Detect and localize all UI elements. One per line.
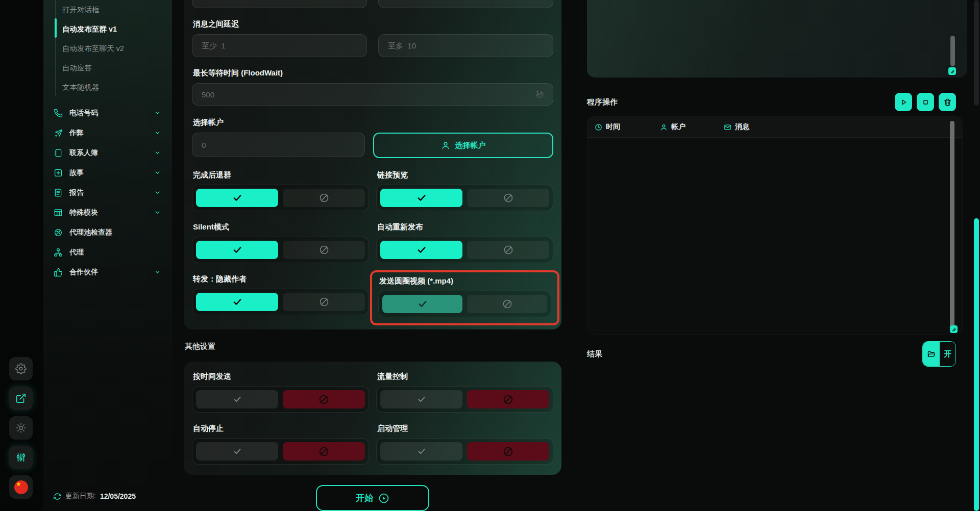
open-result-button[interactable]: 开 (922, 341, 956, 367)
user-icon (660, 123, 668, 131)
sidebar-item-contacts-book[interactable]: 联系人簿 (43, 143, 172, 163)
sidebar-item-auto-post-chat-v2[interactable]: 自动发布至聊天 v2 (62, 39, 124, 58)
select-account-button[interactable]: 选择帐户 (373, 133, 553, 158)
start-button[interactable]: 开始 (316, 485, 429, 511)
toggle-label: 流量控制 (377, 372, 552, 381)
stop-button[interactable] (917, 93, 934, 111)
toggle-link-preview[interactable] (376, 185, 553, 211)
delay-min-input[interactable] (192, 34, 367, 57)
toggle-yes-segment[interactable] (196, 442, 278, 461)
account-count-field[interactable] (192, 133, 364, 157)
sidebar-item-cheating[interactable]: 作弊 (43, 123, 172, 143)
toggle-no-segment[interactable] (283, 442, 365, 461)
sidebar-item-stories[interactable]: 故事 (43, 163, 172, 183)
sidebar-menu: 电话号码 作弊 联系人簿 故事 报告 (43, 103, 172, 282)
account-count-input[interactable] (192, 133, 365, 157)
sidebar-item-phone-numbers[interactable]: 电话号码 (43, 103, 172, 123)
sidebar-item-auto-post-group-v1[interactable]: 自动发布至群 v1 (62, 19, 117, 39)
clear-button[interactable] (939, 93, 956, 111)
other-settings-title: 其他设置 (185, 342, 560, 351)
toggle-label: 自动停止 (193, 424, 368, 433)
toggle-no-segment[interactable] (467, 189, 549, 207)
chevron-down-icon (154, 149, 161, 156)
sidebar-item-open-dialog[interactable]: 打开对话框 (62, 0, 100, 19)
clock-icon (595, 123, 602, 131)
delay-max-input[interactable] (378, 34, 553, 57)
page-scrollbar[interactable] (974, 0, 979, 511)
cut-input-left[interactable] (192, 0, 367, 8)
trash-icon (943, 98, 952, 107)
external-link-button[interactable] (9, 387, 33, 410)
toggle-no-segment[interactable] (467, 442, 549, 461)
page-scrollbar-thumb[interactable] (974, 218, 979, 511)
app-window: ★ 打开对话框 自动发布至群 v1 自动发布至聊天 v2 自动应答 文本随机器 … (0, 0, 980, 511)
toggle-no-segment[interactable] (467, 390, 549, 408)
toggle-startup-management[interactable] (376, 438, 553, 465)
toggle-yes-segment[interactable] (380, 241, 462, 259)
toggle-auto-repost[interactable] (376, 237, 553, 263)
toggle-yes-segment[interactable] (380, 442, 462, 461)
toggle-leave-after-done[interactable] (192, 185, 369, 211)
toggle-auto-stop[interactable] (192, 438, 369, 465)
settings-button[interactable] (9, 357, 33, 380)
toggle-forward-hide-author[interactable] (192, 289, 369, 315)
toggle-field-startup-management: 启动管理 (376, 424, 553, 465)
toggle-yes-segment[interactable] (196, 390, 278, 408)
message-textarea[interactable] (587, 0, 967, 78)
cut-input-right-field[interactable] (379, 0, 553, 8)
toggle-field-send-round-video: 发送圆圈视频 (*.mp4) (376, 274, 553, 319)
sidebar-item-text-randomizer[interactable]: 文本随机器 (62, 78, 100, 97)
delay-min-field[interactable] (192, 35, 366, 57)
chevron-down-icon (154, 269, 161, 275)
language-button[interactable]: ★ (9, 475, 33, 499)
operations-title: 程序操作 (587, 97, 890, 107)
delay-max-field[interactable] (379, 35, 553, 57)
sidebar-item-label: 故事 (69, 168, 84, 177)
toggle-yes-segment[interactable] (196, 293, 278, 311)
toggle-yes-segment[interactable] (380, 390, 462, 408)
toggle-no-segment[interactable] (283, 293, 365, 311)
table-resize-grip[interactable] (950, 325, 958, 333)
toggle-yes-segment[interactable] (380, 189, 462, 207)
china-flag-icon: ★ (14, 480, 28, 494)
toggle-field-send-by-time: 按时间发送 (192, 372, 369, 413)
run-button[interactable] (895, 93, 912, 111)
sidebar-item-proxy-pool-checker[interactable]: 代理池检查器 (43, 222, 172, 242)
toggle-label: 链接预览 (377, 170, 552, 180)
textarea-resize-grip[interactable] (948, 67, 956, 75)
cut-input-right[interactable] (378, 0, 553, 8)
sidebar-item-label: 代理池检查器 (69, 228, 112, 237)
brightness-button[interactable] (9, 416, 33, 440)
cut-input-row (192, 0, 553, 8)
toggle-yes-segment[interactable] (196, 241, 278, 259)
toggle-no-segment[interactable] (467, 241, 549, 259)
sidebar-item-special-modules[interactable]: 特殊模块 (43, 202, 172, 222)
toggle-no-segment[interactable] (283, 241, 365, 259)
toggle-no-segment[interactable] (283, 390, 365, 408)
toggle-no-segment[interactable] (283, 189, 365, 207)
toggle-yes-segment[interactable] (382, 295, 462, 313)
sidebar-item-partners[interactable]: 合作伙伴 (43, 262, 172, 282)
sidebar-item-auto-reply[interactable]: 自动应答 (62, 58, 92, 78)
toggle-send-by-time[interactable] (192, 386, 369, 413)
toggle-send-round-video[interactable] (378, 291, 551, 317)
open-button-label[interactable]: 开 (940, 342, 955, 366)
folder-icon[interactable] (923, 342, 940, 366)
account-label: 选择帐户 (193, 118, 552, 127)
table-scrollbar-thumb[interactable] (950, 121, 954, 327)
toggle-field-traffic-control: 流量控制 (376, 372, 553, 413)
floodwait-field[interactable] (192, 84, 553, 105)
toggle-no-segment[interactable] (467, 295, 547, 313)
toggle-yes-segment[interactable] (196, 189, 278, 207)
cut-input-left-field[interactable] (192, 0, 366, 8)
toggle-traffic-control[interactable] (376, 386, 553, 413)
report-icon (54, 188, 63, 197)
sidebar-item-proxy[interactable]: 代理 (43, 242, 172, 262)
sidebar-item-reports[interactable]: 报告 (43, 183, 172, 202)
sliders-button[interactable] (9, 446, 33, 469)
floodwait-input[interactable]: 秒 (192, 83, 553, 106)
sidebar-item-label: 联系人簿 (69, 148, 98, 158)
textarea-scrollbar-thumb[interactable] (950, 36, 955, 66)
toggle-silent-mode[interactable] (192, 237, 369, 263)
toggle-label: 转发：隐藏作者 (193, 274, 368, 284)
